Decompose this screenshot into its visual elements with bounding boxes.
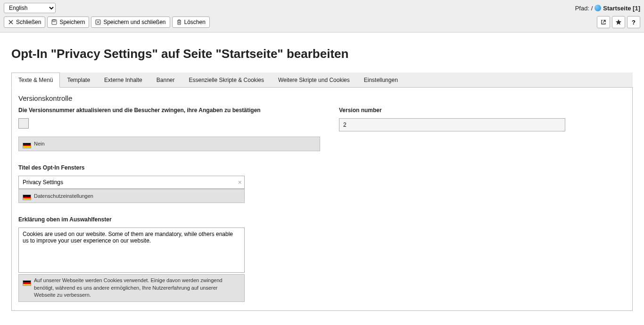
version-row: Die Versionsnummer aktualisieren und die… [18,107,626,151]
explanation-label: Erklärung oben im Auswahlfenster [18,216,626,223]
flag-de-icon [23,139,31,148]
external-link-icon [600,19,607,25]
version-number-col: Version number [339,107,565,151]
save-button[interactable]: Speichern [47,16,89,28]
clear-title-icon[interactable]: × [238,179,242,186]
tab-panel: Versionskontrolle Die Versionsnummer akt… [11,88,633,311]
language-select[interactable]: English [4,3,56,13]
flag-de-icon [23,192,31,201]
explanation-section: Erklärung oben im Auswahlfenster Auf uns… [18,216,626,301]
close-label: Schließen [16,19,41,25]
title-input[interactable] [18,176,245,189]
action-buttons: Schließen Speichern Speichern und schlie… [4,16,210,28]
content-area: Opt-In "Privacy Settings" auf Seite "Sta… [0,32,644,320]
util-buttons: ? [597,16,640,28]
section-heading-version: Versionskontrolle [18,94,626,102]
title-label: Titel des Opt-In Fensters [18,164,626,171]
top-row-2: Schließen Speichern Speichern und schlie… [4,16,640,28]
tab-essenzielle[interactable]: Essenzielle Skripte & Cookies [182,73,271,87]
delete-button[interactable]: Löschen [172,16,210,28]
save-icon [51,19,57,25]
open-external-button[interactable] [597,16,610,28]
close-icon [8,19,14,25]
save-close-label: Speichern und schließen [103,19,165,25]
top-row-1: English Pfad: / Startseite [1] [4,3,640,13]
tab-template[interactable]: Template [60,73,97,87]
tab-texte-menu[interactable]: Texte & Menü [11,73,60,88]
version-update-de-text: Nein [34,141,45,146]
breadcrumb: Pfad: / Startseite [1] [575,5,640,12]
star-icon [615,19,622,25]
title-input-wrap: × [18,176,245,189]
trash-icon [176,19,182,25]
globe-icon [594,5,601,11]
tab-bar: Texte & Menü Template Externe Inhalte Ba… [11,73,633,88]
bookmark-button[interactable] [612,16,625,28]
save-close-icon [95,19,101,25]
top-bar: English Pfad: / Startseite [1] Schließen… [0,0,644,32]
title-section: Titel des Opt-In Fensters × Datenschutze… [18,164,626,203]
page-title: Opt-In "Privacy Settings" auf Seite "Sta… [11,47,633,61]
close-button[interactable]: Schließen [4,16,45,28]
version-update-label: Die Versionsnummer aktualisieren und die… [18,107,320,114]
version-number-input[interactable] [339,118,565,131]
version-update-checkbox[interactable] [18,118,29,129]
title-de-strip: Datenschutzeinstellungen [18,189,245,203]
tab-banner[interactable]: Banner [149,73,182,87]
help-icon: ? [632,19,636,26]
title-de-text: Datenschutzeinstellungen [34,193,93,199]
version-update-col: Die Versionsnummer aktualisieren und die… [18,107,320,151]
delete-label: Löschen [184,19,206,25]
save-label: Speichern [59,19,85,25]
version-number-label: Version number [339,107,565,114]
path-prefix: Pfad: / [575,5,593,12]
tab-einstellungen[interactable]: Einstellungen [357,73,405,87]
flag-de-icon [23,277,31,286]
svg-rect-1 [53,20,55,22]
explanation-textarea[interactable] [18,228,245,273]
explanation-de-strip: Auf unserer Webseite werden Cookies verw… [18,274,245,301]
version-update-de-strip: Nein [18,137,320,151]
tab-externe-inhalte[interactable]: Externe Inhalte [97,73,149,87]
save-close-button[interactable]: Speichern und schließen [91,16,170,28]
tab-weitere[interactable]: Weitere Skripte und Cookies [271,73,357,87]
help-button[interactable]: ? [627,16,640,28]
path-title: Startseite [1] [603,5,640,12]
explanation-de-text: Auf unserer Webseite werden Cookies verw… [34,277,240,299]
